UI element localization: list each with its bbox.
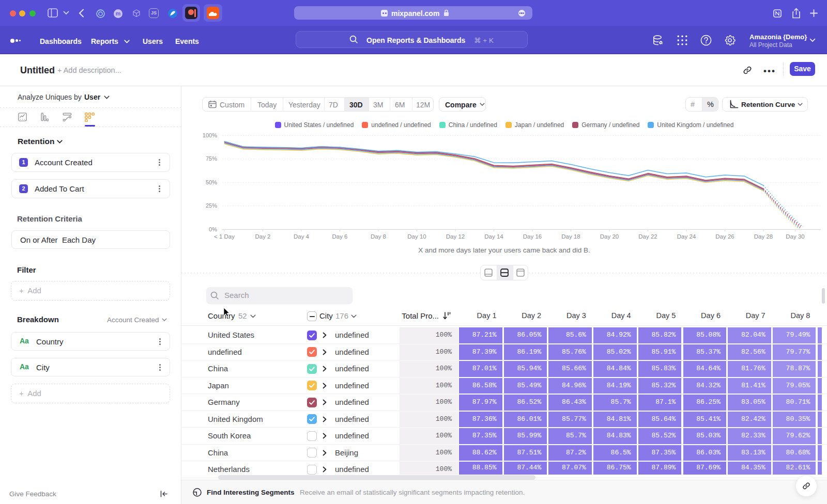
svg-text:Day 30: Day 30 — [786, 233, 804, 240]
svg-text:Day 16: Day 16 — [523, 233, 542, 240]
svg-text:75%: 75% — [206, 155, 217, 162]
svg-text:Day 4: Day 4 — [294, 233, 310, 240]
svg-text:Day 26: Day 26 — [715, 233, 734, 240]
svg-text:Day 28: Day 28 — [754, 233, 773, 240]
svg-text:Day 14: Day 14 — [484, 233, 503, 240]
svg-text:Day 6: Day 6 — [332, 233, 347, 240]
svg-text:100%: 100% — [203, 132, 217, 138]
svg-text:Day 12: Day 12 — [446, 233, 465, 240]
svg-text:50%: 50% — [206, 179, 217, 185]
svg-text:Day 20: Day 20 — [600, 233, 619, 240]
svg-text:0%: 0% — [209, 226, 217, 232]
svg-text:Day 2: Day 2 — [255, 233, 270, 240]
svg-text:Day 10: Day 10 — [407, 233, 426, 240]
svg-text:Day 24: Day 24 — [677, 233, 696, 240]
svg-text:Day 22: Day 22 — [638, 233, 657, 240]
svg-text:Day 8: Day 8 — [371, 233, 386, 240]
svg-text:25%: 25% — [206, 202, 217, 209]
svg-text:< 1 Day: < 1 Day — [214, 233, 235, 240]
svg-text:Day 18: Day 18 — [561, 233, 580, 240]
